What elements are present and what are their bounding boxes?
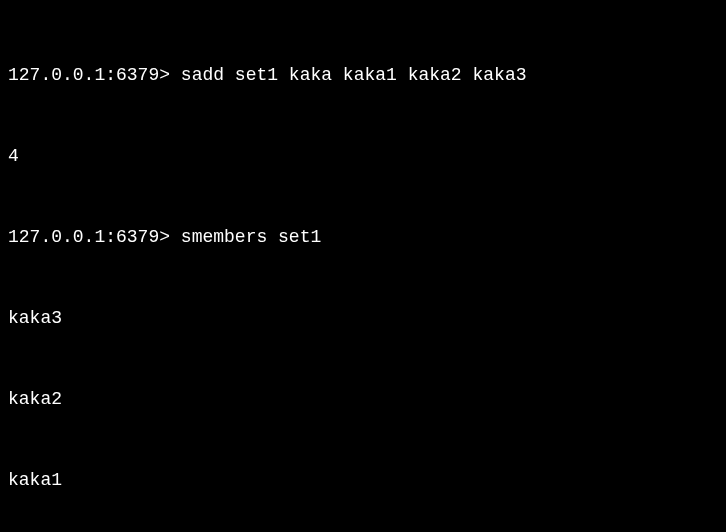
command-text: smembers set1 — [181, 227, 321, 247]
command-line: 127.0.0.1:6379> smembers set1 — [8, 224, 718, 251]
terminal[interactable]: 127.0.0.1:6379> sadd set1 kaka kaka1 kak… — [8, 8, 718, 532]
command-line: 127.0.0.1:6379> sadd set1 kaka kaka1 kak… — [8, 62, 718, 89]
output-line: kaka2 — [8, 386, 718, 413]
output-line: kaka3 — [8, 305, 718, 332]
output-line: kaka1 — [8, 467, 718, 494]
output-line: 4 — [8, 143, 718, 170]
prompt: 127.0.0.1:6379> — [8, 227, 181, 247]
command-text: sadd set1 kaka kaka1 kaka2 kaka3 — [181, 65, 527, 85]
prompt: 127.0.0.1:6379> — [8, 65, 181, 85]
